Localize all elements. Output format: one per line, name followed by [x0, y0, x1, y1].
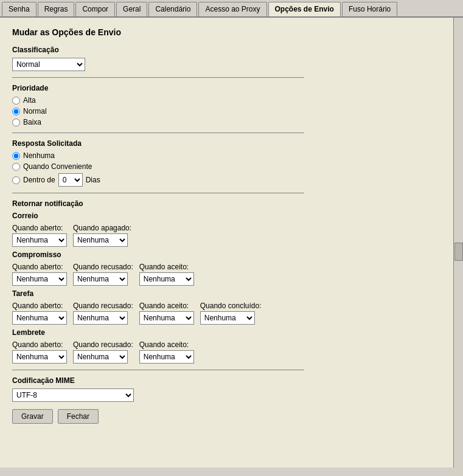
compromisso-aceito-group: Quando aceito: Nenhuma Somente Remetente…	[139, 263, 194, 286]
response-dentro-label: Dentro de	[23, 176, 55, 184]
lembrete-aberto-select[interactable]: Nenhuma Somente Remetente Todos	[12, 350, 67, 364]
response-nenhuma-item[interactable]: Nenhuma	[12, 151, 451, 160]
priority-baixa-label: Baixa	[23, 118, 41, 126]
compromisso-aberto-select[interactable]: Nenhuma Somente Remetente Todos	[12, 272, 67, 286]
button-row: Gravar Fechar	[12, 409, 451, 424]
lembrete-label: Lembrete	[12, 328, 451, 337]
correio-aberto-label: Quando aberto:	[12, 224, 67, 232]
priority-alta-label: Alta	[23, 96, 36, 105]
priority-baixa-radio[interactable]	[12, 119, 20, 126]
correio-row: Quando aberto: Nenhuma Somente Remetente…	[12, 224, 451, 247]
tarefa-aberto-label: Quando aberto:	[12, 302, 67, 310]
dias-select[interactable]: 0 1 2 3 5 7	[58, 173, 83, 187]
classification-label: Classificação	[12, 46, 451, 54]
close-button[interactable]: Fechar	[58, 409, 99, 424]
correio-apagado-group: Quando apagado: Nenhuma Somente Remetent…	[73, 224, 131, 247]
tab-opcoes-envio[interactable]: Opções de Envio	[268, 2, 341, 16]
priority-normal-radio[interactable]	[12, 108, 20, 116]
correio-section: Correio Quando aberto: Nenhuma Somente R…	[12, 212, 451, 247]
compromisso-row: Quando aberto: Nenhuma Somente Remetente…	[12, 263, 451, 286]
tarefa-concluido-select[interactable]: Nenhuma Somente Remetente Todos	[200, 311, 255, 325]
lembrete-aceito-label: Quando aceito:	[139, 340, 194, 349]
priority-baixa-item[interactable]: Baixa	[12, 118, 451, 126]
page-title: Mudar as Opções de Envio	[12, 27, 451, 37]
tab-fuso-horario[interactable]: Fuso Horário	[342, 2, 397, 16]
response-nenhuma-radio[interactable]	[12, 152, 20, 160]
priority-alta-radio[interactable]	[12, 97, 20, 105]
tarefa-recusado-select[interactable]: Nenhuma Somente Remetente Todos	[73, 311, 128, 325]
compromisso-aberto-group: Quando aberto: Nenhuma Somente Remetente…	[12, 263, 67, 286]
divider-3	[12, 193, 304, 193]
response-label: Resposta Solicitada	[12, 139, 451, 148]
divider-4	[12, 370, 304, 370]
priority-label: Prioridade	[12, 84, 451, 92]
correio-apagado-select[interactable]: Nenhuma Somente Remetente Todos	[73, 233, 128, 247]
tarefa-label: Tarefa	[12, 289, 451, 298]
tab-compor[interactable]: Compor	[75, 2, 115, 16]
priority-alta-item[interactable]: Alta	[12, 96, 451, 105]
compromisso-aberto-label: Quando aberto:	[12, 263, 67, 271]
classification-select[interactable]: Normal Confidencial Secreto	[12, 58, 85, 71]
tab-bar: Senha Regras Compor Geral Calendário Ace…	[0, 0, 463, 18]
response-nenhuma-label: Nenhuma	[23, 151, 55, 160]
lembrete-aberto-group: Quando aberto: Nenhuma Somente Remetente…	[12, 340, 67, 364]
lembrete-recusado-select[interactable]: Nenhuma Somente Remetente Todos	[73, 350, 128, 364]
compromisso-label: Compromisso	[12, 250, 451, 259]
main-content: Mudar as Opções de Envio Classificação N…	[0, 18, 463, 467]
correio-apagado-label: Quando apagado:	[73, 224, 131, 232]
compromisso-recusado-select[interactable]: Nenhuma Somente Remetente Todos	[73, 272, 128, 286]
lembrete-aceito-group: Quando aceito: Nenhuma Somente Remetente…	[139, 340, 194, 364]
scrollbar[interactable]	[453, 18, 463, 467]
compromisso-aceito-select[interactable]: Nenhuma Somente Remetente Todos	[139, 272, 194, 286]
tarefa-recusado-group: Quando recusado: Nenhuma Somente Remeten…	[73, 302, 133, 325]
lembrete-recusado-label: Quando recusado:	[73, 340, 133, 349]
tab-geral[interactable]: Geral	[116, 2, 147, 16]
mime-label: Codificação MIME	[12, 376, 451, 385]
return-notif-label: Retornar notificação	[12, 199, 451, 208]
tab-calendario[interactable]: Calendário	[148, 2, 197, 16]
dias-label: Dias	[86, 176, 100, 184]
priority-group: Alta Normal Baixa	[12, 96, 451, 126]
tarefa-concluido-label: Quando concluído:	[200, 302, 262, 310]
divider-2	[12, 133, 304, 133]
lembrete-section: Lembrete Quando aberto: Nenhuma Somente …	[12, 328, 451, 364]
response-dentro-item[interactable]: Dentro de 0 1 2 3 5 7 Dias	[12, 173, 451, 187]
tarefa-concluido-group: Quando concluído: Nenhuma Somente Remete…	[200, 302, 262, 325]
response-group: Nenhuma Quando Conveniente Dentro de 0 1…	[12, 151, 451, 187]
tarefa-aceito-select[interactable]: Nenhuma Somente Remetente Todos	[139, 311, 194, 325]
priority-normal-label: Normal	[23, 107, 47, 116]
lembrete-aceito-select[interactable]: Nenhuma Somente Remetente Todos	[139, 350, 194, 364]
correio-label: Correio	[12, 212, 451, 220]
response-conveniente-item[interactable]: Quando Conveniente	[12, 162, 451, 171]
tarefa-aceito-label: Quando aceito:	[139, 302, 194, 310]
tab-regras[interactable]: Regras	[38, 2, 75, 16]
tarefa-row: Quando aberto: Nenhuma Somente Remetente…	[12, 302, 451, 325]
tab-acesso-proxy[interactable]: Acesso ao Proxy	[198, 2, 266, 16]
divider-1	[12, 77, 304, 78]
scrollbar-thumb[interactable]	[454, 243, 463, 261]
tarefa-aberto-group: Quando aberto: Nenhuma Somente Remetente…	[12, 302, 67, 325]
save-button[interactable]: Gravar	[12, 409, 53, 424]
compromisso-section: Compromisso Quando aberto: Nenhuma Somen…	[12, 250, 451, 286]
tarefa-section: Tarefa Quando aberto: Nenhuma Somente Re…	[12, 289, 451, 325]
response-conveniente-label: Quando Conveniente	[23, 162, 92, 171]
response-conveniente-radio[interactable]	[12, 163, 20, 171]
priority-normal-item[interactable]: Normal	[12, 107, 451, 116]
correio-aberto-group: Quando aberto: Nenhuma Somente Remetente…	[12, 224, 67, 247]
compromisso-recusado-label: Quando recusado:	[73, 263, 133, 271]
lembrete-recusado-group: Quando recusado: Nenhuma Somente Remeten…	[73, 340, 133, 364]
tarefa-recusado-label: Quando recusado:	[73, 302, 133, 310]
mime-select[interactable]: UTF-8 ISO-8859-1 US-ASCII	[12, 388, 134, 402]
lembrete-row: Quando aberto: Nenhuma Somente Remetente…	[12, 340, 451, 364]
response-dentro-radio[interactable]	[12, 176, 20, 184]
tarefa-aberto-select[interactable]: Nenhuma Somente Remetente Todos	[12, 311, 67, 325]
compromisso-aceito-label: Quando aceito:	[139, 263, 194, 271]
compromisso-recusado-group: Quando recusado: Nenhuma Somente Remeten…	[73, 263, 133, 286]
tab-senha[interactable]: Senha	[2, 2, 37, 16]
correio-aberto-select[interactable]: Nenhuma Somente Remetente Todos	[12, 233, 67, 247]
lembrete-aberto-label: Quando aberto:	[12, 340, 67, 349]
tarefa-aceito-group: Quando aceito: Nenhuma Somente Remetente…	[139, 302, 194, 325]
